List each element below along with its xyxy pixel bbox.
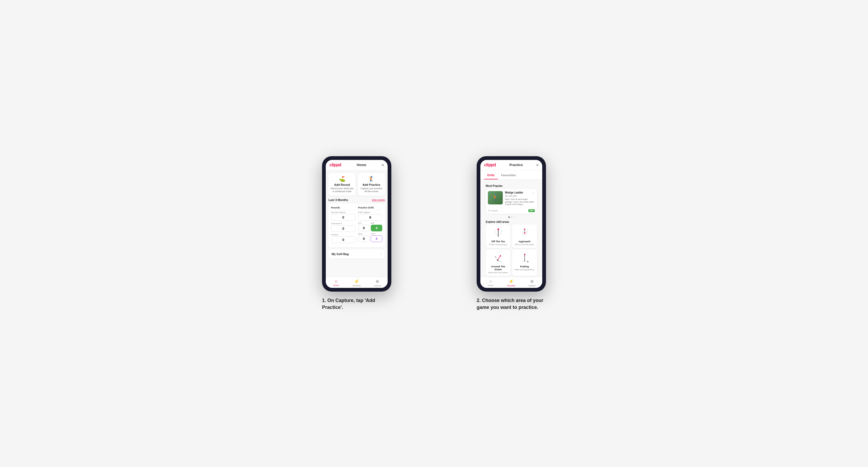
add-round-desc: Record your shots fast or enhanced mode — [331, 187, 353, 193]
home-label: Home — [333, 284, 339, 286]
phone1-header: clippd Home ≡ — [326, 160, 388, 170]
putting-desc: Make and lag practice — [514, 269, 535, 271]
approach-desc: Dial-in to hit the green — [514, 243, 535, 246]
drills-captures-value: 8 — [358, 214, 382, 221]
phone2-caption: 2. Choose which area of your game you wa… — [477, 297, 546, 311]
stats-columns: Rounds Rounds Capture 0 Tournament 0 Pra… — [331, 206, 382, 245]
tab-favourites[interactable]: Favourites — [498, 173, 519, 179]
phone2-section: clippd Practice ≡ Drills Favourites Most… — [442, 156, 581, 311]
most-popular-label: Most Popular — [483, 182, 539, 189]
golf-bag-row[interactable]: My Golf Bag › — [329, 249, 385, 258]
capture2-icon: ⊕ — [530, 279, 534, 284]
phone2-content: Most Popular 🏌 Wedge Ladder — [480, 180, 542, 277]
drill-shots: ⏱ 9 shots — [488, 210, 498, 212]
rounds-captures-label: Rounds Capture — [331, 211, 355, 214]
activity-section-header: Last 3 Months View Activity — [329, 198, 385, 201]
tournament-label: Tournament — [331, 222, 355, 225]
phone1-frame: clippd Home ≡ ⛳ Add Round Record your sh… — [322, 156, 391, 291]
putting-icon-area — [514, 252, 535, 264]
phone2-bottom-nav: ⌂ Home ⚡ Activities ⊕ Capture — [480, 277, 542, 288]
putting-name: Putting — [514, 265, 535, 268]
capture2-label: Capture — [528, 284, 535, 287]
skill-card-putting[interactable]: Putting Make and lag practice — [512, 249, 537, 276]
add-practice-title: Add Practice — [360, 183, 383, 186]
phone1-header-title: Home — [357, 163, 366, 167]
chevron-right-icon: › — [381, 252, 382, 256]
approach-name: Approach — [514, 240, 535, 243]
phone2-header-title: Practice — [509, 163, 523, 167]
nav-capture[interactable]: ⊕ Capture — [367, 279, 388, 287]
drill-info: Wedge Ladder 50–100 yds ☆ Play 1 shot at… — [505, 191, 535, 206]
svg-point-9 — [495, 256, 496, 257]
drills-col: Practice Drills Drills Capture 8 OTT 0 — [358, 206, 382, 245]
drill-footer: ⏱ 9 shots APP — [486, 208, 537, 214]
activities2-label: Activities — [507, 284, 516, 287]
off-the-tee-name: Off The Tee — [488, 240, 508, 243]
phone2-logo: clippd — [484, 163, 496, 167]
skill-card-approach[interactable]: Approach Dial-in to hit the green — [512, 224, 537, 248]
phone1-menu-icon[interactable]: ≡ — [382, 163, 384, 167]
phone1-logo: clippd — [330, 163, 341, 167]
svg-point-12 — [524, 254, 525, 255]
approach-svg — [519, 227, 530, 239]
tabs-row: Drills Favourites — [480, 170, 542, 180]
arg-sub: ARG 0 — [358, 233, 370, 244]
practice-value: 0 — [331, 237, 355, 243]
dot-1 — [508, 216, 510, 218]
svg-point-13 — [527, 261, 528, 262]
arg-putt-row: ARG 0 PUTT 4 — [358, 233, 382, 244]
tab-drills[interactable]: Drills — [484, 173, 498, 179]
off-the-tee-desc: Power and accuracy — [488, 243, 508, 246]
carousel-dots — [483, 215, 539, 219]
drills-col-title: Practice Drills — [358, 206, 382, 210]
app-value: 4 — [371, 225, 382, 231]
page-wrapper: clippd Home ≡ ⛳ Add Round Record your sh… — [287, 156, 581, 311]
home2-icon: ⌂ — [490, 279, 492, 284]
add-practice-card[interactable]: 🏌 Add Practice Capture your practice off… — [358, 173, 385, 196]
golf-bag-label: My Golf Bag — [332, 252, 349, 256]
phone2-menu-icon[interactable]: ≡ — [536, 163, 538, 167]
around-green-svg — [492, 252, 504, 264]
phone1-screen: clippd Home ≡ ⛳ Add Round Record your sh… — [326, 160, 388, 288]
ott-value: 0 — [358, 225, 370, 231]
phone2-header: clippd Practice ≡ — [480, 160, 542, 170]
practice-label: Practice — [331, 234, 355, 236]
drill-yardage: 50–100 yds — [505, 195, 523, 197]
nav2-home[interactable]: ⌂ Home — [480, 279, 501, 287]
drill-description: Play 1 shot at each target yardage. If y… — [505, 198, 535, 206]
around-green-icon-area — [488, 252, 508, 264]
ott-sub: OTT 0 — [358, 222, 370, 233]
rounds-col-title: Rounds — [331, 206, 355, 210]
nav2-activities[interactable]: ⚡ Activities — [501, 279, 521, 287]
arg-label: ARG — [358, 233, 370, 235]
phone1-caption: 1. On Capture, tap 'Add Practice'. — [322, 297, 391, 311]
skill-card-off-the-tee[interactable]: Off The Tee Power and accuracy — [486, 224, 510, 248]
off-the-tee-icon-area — [488, 227, 508, 239]
capture-label: Capture — [373, 284, 381, 287]
activities-icon: ⚡ — [354, 279, 359, 284]
nav2-capture[interactable]: ⊕ Capture — [522, 279, 542, 287]
skill-card-around-green[interactable]: Around The Green Hone your short game — [486, 249, 510, 276]
star-icon[interactable]: ☆ — [532, 191, 535, 195]
nav-home[interactable]: ⌂ Home — [326, 279, 346, 287]
ott-label: OTT — [358, 222, 370, 224]
drill-name: Wedge Ladder — [505, 191, 523, 194]
explore-label: Explore skill areas — [483, 219, 539, 224]
tournament-value: 0 — [331, 225, 355, 232]
putt-value: 4 — [371, 236, 382, 242]
phone1-section: clippd Home ≡ ⛳ Add Round Record your sh… — [287, 156, 426, 311]
activities-label: Activities — [352, 284, 361, 287]
putting-svg — [519, 252, 530, 264]
svg-line-10 — [498, 261, 502, 262]
home2-label: Home — [488, 284, 493, 286]
arg-value: 0 — [358, 236, 370, 242]
drill-card[interactable]: 🏌 Wedge Ladder 50–100 yds ☆ — [486, 189, 537, 214]
view-activity-link[interactable]: View Activity — [372, 198, 385, 201]
drills-captures-label: Drills Capture — [358, 211, 382, 214]
capture-icon: ⊕ — [376, 279, 379, 284]
putt-sub: PUTT 4 — [371, 233, 382, 244]
nav-activities[interactable]: ⚡ Activities — [346, 279, 367, 287]
add-round-card[interactable]: ⛳ Add Round Record your shots fast or en… — [329, 173, 355, 196]
phone2-screen: clippd Practice ≡ Drills Favourites Most… — [480, 160, 542, 288]
practice-icon: 🏌 — [360, 176, 383, 182]
